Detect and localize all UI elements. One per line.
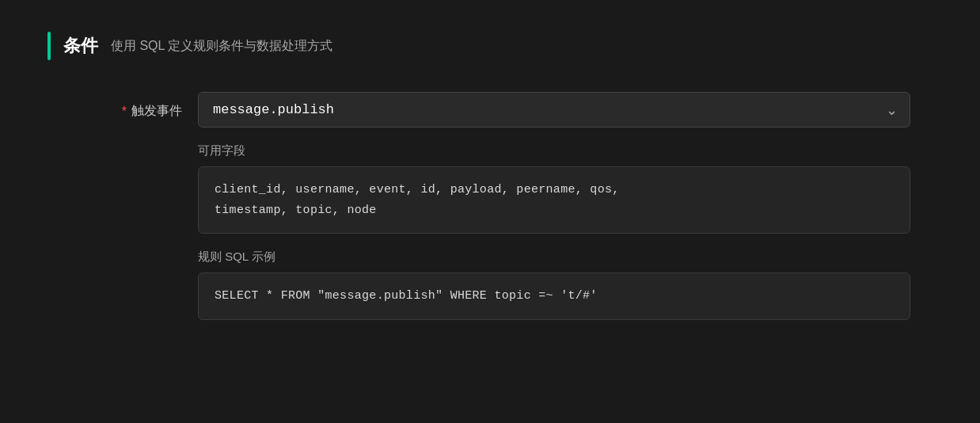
- available-fields-line2: timestamp, topic, node: [215, 200, 894, 221]
- section-subtitle: 使用 SQL 定义规则条件与数据处理方式: [111, 38, 332, 55]
- sql-example-text: SELECT * FROM "message.publish" WHERE to…: [215, 289, 598, 303]
- section-title: 条件: [63, 34, 98, 58]
- sql-example-code: SELECT * FROM "message.publish" WHERE to…: [198, 272, 910, 320]
- available-fields-code: client_id, username, event, id, payload,…: [198, 166, 910, 234]
- sql-example-label: 规则 SQL 示例: [198, 250, 910, 265]
- trigger-label-text: 触发事件: [131, 103, 182, 120]
- trigger-event-row: * 触发事件 message.publish ⌄ 可用字段 client_id,…: [95, 92, 933, 326]
- section-header: 条件 使用 SQL 定义规则条件与数据处理方式: [47, 32, 933, 60]
- sql-example-section: 规则 SQL 示例 SELECT * FROM "message.publish…: [198, 250, 910, 320]
- trigger-event-control: message.publish ⌄ 可用字段 client_id, userna…: [198, 92, 910, 326]
- available-fields-section: 可用字段 client_id, username, event, id, pay…: [198, 143, 910, 234]
- required-indicator: *: [122, 105, 127, 119]
- sub-sections: 可用字段 client_id, username, event, id, pay…: [198, 143, 910, 320]
- available-fields-line1: client_id, username, event, id, payload,…: [215, 180, 894, 200]
- trigger-event-select[interactable]: message.publish: [198, 92, 910, 128]
- available-fields-label: 可用字段: [198, 143, 910, 158]
- trigger-event-label: * 触发事件: [95, 92, 198, 120]
- form-area: * 触发事件 message.publish ⌄ 可用字段 client_id,…: [47, 92, 933, 326]
- trigger-select-wrapper: message.publish ⌄: [198, 92, 910, 128]
- section-accent-bar: [47, 32, 51, 60]
